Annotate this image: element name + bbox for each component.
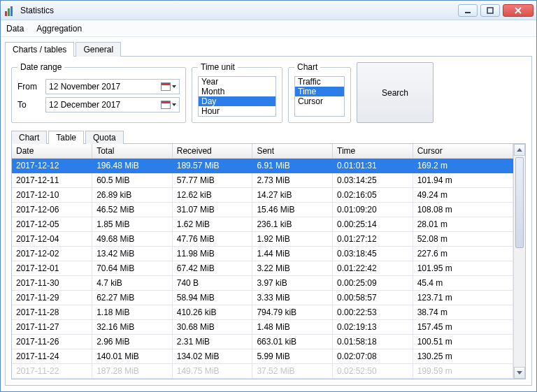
table-cell: 0.01:27:12	[333, 232, 413, 247]
table-cell: 2.73 MiB	[252, 173, 333, 188]
tab-chart[interactable]: Chart	[11, 131, 47, 144]
table-row[interactable]: 2017-12-12196.48 MiB189.57 MiB6.91 MiB0.…	[12, 159, 513, 173]
table-row[interactable]: 2017-12-0170.64 MiB67.42 MiB3.22 MiB0.01…	[12, 261, 513, 276]
time-unit-listbox[interactable]: YearMonthDayHour	[198, 76, 276, 117]
table-row[interactable]: 2017-12-1026.89 kiB12.62 kiB14.27 kiB0.0…	[12, 188, 513, 203]
table-row[interactable]: 2017-12-0449.68 MiB47.76 MiB1.92 MiB0.01…	[12, 232, 513, 247]
list-item[interactable]: Month	[199, 87, 275, 96]
table-cell: 46.52 MiB	[92, 203, 173, 217]
table-row[interactable]: 2017-12-051.85 MiB1.62 MiB236.1 kiB0.00:…	[12, 217, 513, 232]
table-row[interactable]: 2017-11-281.18 MiB410.26 kiB794.79 kiB0.…	[12, 305, 513, 320]
table-row[interactable]: 2017-12-0646.52 MiB31.07 MiB15.46 MiB0.0…	[12, 203, 513, 217]
table-cell: 2.31 MiB	[172, 335, 252, 349]
table-row[interactable]: 2017-12-0213.42 MiB11.98 MiB1.44 MiB0.03…	[12, 247, 513, 261]
table-cell: 31.07 MiB	[172, 203, 252, 217]
menu-aggregation[interactable]: Aggregation	[36, 24, 82, 34]
table-cell: 2017-12-11	[12, 173, 92, 188]
column-header[interactable]: Received	[172, 144, 252, 159]
table-cell: 58.94 MiB	[172, 291, 252, 305]
table-cell: 0.01:01:31	[333, 159, 413, 173]
table-cell: 0.00:58:57	[333, 291, 413, 305]
menu-data[interactable]: Data	[6, 24, 24, 34]
table-row[interactable]: 2017-11-22187.28 MiB149.75 MiB37.52 MiB0…	[12, 364, 513, 379]
column-header[interactable]: Total	[92, 144, 173, 159]
chart-select-legend: Chart	[294, 62, 320, 72]
chart-listbox[interactable]: TrafficTimeCursor	[294, 76, 345, 117]
scroll-down-button[interactable]	[514, 367, 525, 379]
inner-tabs: Chart Table Quota	[11, 130, 526, 143]
window-title: Statistics	[20, 6, 54, 15]
table-cell: 130.25 m	[413, 349, 513, 364]
titlebar: Statistics	[1, 1, 536, 20]
tab-table[interactable]: Table	[48, 131, 84, 144]
table-cell: 49.68 MiB	[92, 232, 173, 247]
table-cell: 2017-11-29	[12, 291, 92, 305]
table-row[interactable]: 2017-11-24140.01 MiB134.02 MiB5.99 MiB0.…	[12, 349, 513, 364]
table-cell: 60.5 MiB	[92, 173, 173, 188]
table-cell: 0.01:22:42	[333, 261, 413, 276]
table-cell: 157.45 m	[413, 320, 513, 335]
list-item[interactable]: Hour	[199, 106, 275, 116]
tab-general[interactable]: General	[76, 42, 121, 57]
column-header[interactable]: Cursor	[413, 144, 513, 159]
table-cell: 0.03:14:25	[333, 173, 413, 188]
list-item[interactable]: Cursor	[295, 96, 344, 106]
outer-tabs: Charts / tables General	[5, 41, 532, 56]
column-header[interactable]: Sent	[252, 144, 333, 159]
list-item[interactable]: Year	[199, 77, 275, 87]
maximize-button[interactable]	[480, 4, 500, 17]
date-range-legend: Date range	[17, 62, 64, 72]
table-row[interactable]: 2017-11-262.96 MiB2.31 MiB663.01 kiB0.01…	[12, 335, 513, 349]
table-cell: 2017-12-04	[12, 232, 92, 247]
table-cell: 0.00:25:09	[333, 276, 413, 291]
table-cell: 45.4 m	[413, 276, 513, 291]
table-cell: 2017-11-27	[12, 320, 92, 335]
calendar-icon	[161, 82, 171, 91]
table-cell: 663.01 kiB	[252, 335, 333, 349]
table-row[interactable]: 2017-11-2732.16 MiB30.68 MiB1.48 MiB0.02…	[12, 320, 513, 335]
time-unit-legend: Time unit	[198, 62, 238, 72]
to-date-picker[interactable]: 12 December 2017	[45, 97, 180, 112]
list-item[interactable]: Traffic	[295, 77, 344, 87]
table-cell: 108.08 m	[413, 203, 513, 217]
from-label: From	[17, 82, 40, 92]
scroll-thumb[interactable]	[515, 157, 524, 248]
tab-charts-tables[interactable]: Charts / tables	[5, 42, 74, 57]
table-cell: 100.51 m	[413, 335, 513, 349]
table-cell: 62.27 MiB	[92, 291, 173, 305]
outer-tab-body: Date range From 12 November 2017 To 12 D…	[5, 56, 532, 386]
tab-quota[interactable]: Quota	[85, 131, 124, 144]
column-header[interactable]: Date	[12, 144, 92, 159]
table-cell: 28.01 m	[413, 217, 513, 232]
table-row[interactable]: 2017-11-304.7 kiB740 B3.97 kiB0.00:25:09…	[12, 276, 513, 291]
from-date-picker[interactable]: 12 November 2017	[45, 79, 180, 94]
table-cell: 3.22 MiB	[252, 261, 333, 276]
chevron-down-icon	[172, 85, 176, 88]
table-cell: 32.16 MiB	[92, 320, 173, 335]
list-item[interactable]: Time	[295, 87, 344, 96]
table-cell: 2017-11-28	[12, 305, 92, 320]
table-cell: 2.96 MiB	[92, 335, 173, 349]
table-row[interactable]: 2017-11-2962.27 MiB58.94 MiB3.33 MiB0.00…	[12, 291, 513, 305]
table-cell: 0.00:25:14	[333, 217, 413, 232]
minimize-button[interactable]	[458, 4, 478, 17]
time-unit-group: Time unit YearMonthDayHour	[192, 62, 282, 123]
calendar-icon	[161, 101, 171, 109]
chart-select-group: Chart TrafficTimeCursor	[288, 62, 351, 123]
table-cell: 149.75 MiB	[172, 364, 252, 379]
table-cell: 57.77 MiB	[172, 173, 252, 188]
table-row[interactable]: 2017-12-1160.5 MiB57.77 MiB2.73 MiB0.03:…	[12, 173, 513, 188]
column-header[interactable]: Time	[333, 144, 413, 159]
scroll-up-button[interactable]	[514, 144, 525, 156]
table-frame: DateTotalReceivedSentTimeCursor 2017-12-…	[11, 143, 526, 379]
vertical-scrollbar[interactable]	[513, 144, 525, 379]
table-cell: 2017-12-05	[12, 217, 92, 232]
close-button[interactable]	[503, 4, 534, 17]
table-cell: 2017-12-02	[12, 247, 92, 261]
table-cell: 2017-11-30	[12, 276, 92, 291]
table-cell: 11.98 MiB	[172, 247, 252, 261]
list-item[interactable]: Day	[199, 96, 275, 106]
search-button[interactable]: Search	[357, 62, 434, 123]
table-cell: 1.85 MiB	[92, 217, 173, 232]
table-cell: 740 B	[172, 276, 252, 291]
